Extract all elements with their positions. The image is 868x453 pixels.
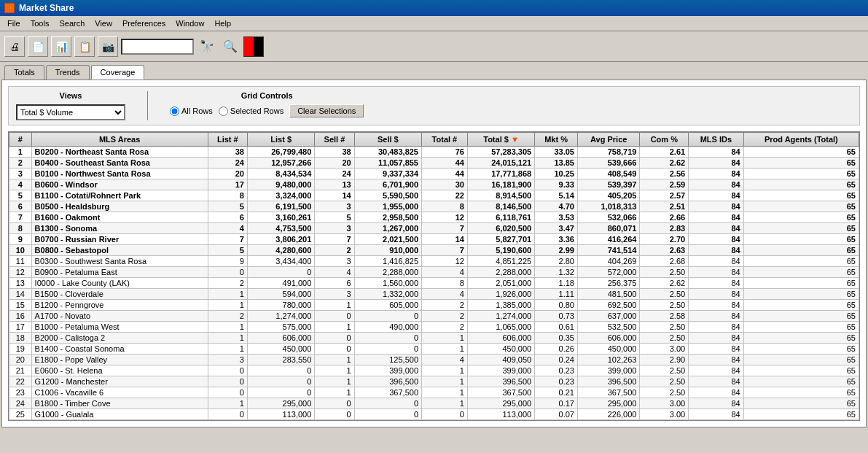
selected-rows-radio[interactable] [219,107,228,116]
table-cell: 5 [208,245,247,256]
table-cell: 572,000 [577,267,640,278]
table-cell: 9,337,334 [354,169,421,179]
col-mkt-pct[interactable]: Mkt % [535,133,578,147]
print2-btn[interactable]: 📄 [28,36,48,57]
table-row[interactable]: 24B1800 - Timber Cove1295,000001295,0000… [9,398,859,409]
table-row[interactable]: 5B1100 - Cotati/Rohnert Park83,324,00014… [9,190,859,201]
camera-btn[interactable]: 📷 [98,36,118,57]
table-cell: 65 [743,398,859,409]
table-row[interactable]: 2B0400 - Southeast Santa Rosa2412,957,26… [9,158,859,169]
table-row[interactable]: 10B0800 - Sebastopol54,280,6002910,00075… [9,245,859,256]
views-title: Views [16,91,125,100]
table-row[interactable]: 20E1800 - Pope Valley3283,5501125,500440… [9,355,859,365]
all-rows-radio-label[interactable]: All Rows [170,107,213,116]
table-row[interactable]: 4B0600 - Windsor179,480,000136,701,90030… [9,179,859,190]
table-cell: 0 [208,365,247,376]
table-cell: 84 [689,387,744,398]
table-row[interactable]: 16A1700 - Novato21,274,0000021,274,0000.… [9,311,859,322]
col-mls-ids[interactable]: MLS IDs [689,133,744,147]
table-row[interactable]: 13I0000 - Lake County (LAK)2491,00061,56… [9,278,859,289]
table-cell: 532,066 [577,212,640,223]
table-row[interactable]: 3B0100 - Northwest Santa Rosa208,434,534… [9,169,859,179]
menu-view[interactable]: View [90,18,117,29]
menu-file[interactable]: File [3,18,25,29]
search-icon[interactable]: 🔭 [197,36,217,57]
table-cell: 84 [689,278,744,289]
table-cell: 367,500 [467,387,534,398]
table-row[interactable]: 11B0300 - Southwest Santa Rosa93,434,400… [9,256,859,267]
table-cell: 409,050 [467,355,534,365]
col-total-num[interactable]: Total # [422,133,468,147]
clear-selections-button[interactable]: Clear Selections [289,104,364,117]
col-mls-areas[interactable]: MLS Areas [31,133,208,147]
table-cell: 3 [315,201,354,212]
views-section: Views Total $ Volume [16,91,125,120]
table-row[interactable]: 7B1600 - Oakmont63,160,26152,958,500126,… [9,212,859,223]
table-cell: 20 [208,169,247,179]
table-row[interactable]: 19B1400 - Coastal Sonoma1450,000001450,0… [9,344,859,355]
export-btn[interactable]: 📊 [51,36,71,57]
table-cell: 6,701,900 [354,179,421,190]
table-row[interactable]: 17B1000 - Petaluma West1575,0001490,0002… [9,322,859,333]
table-cell: 0 [315,409,354,420]
copy-btn[interactable]: 📋 [74,36,95,57]
table-row[interactable]: 1B0200 - Northeast Santa Rosa3826,799,48… [9,147,859,158]
menu-window[interactable]: Window [171,18,208,29]
search-input[interactable] [121,39,194,55]
table-cell: 3.53 [535,212,578,223]
table-row[interactable]: 8B1300 - Sonoma44,753,50031,267,00076,02… [9,223,859,234]
table-cell: 2.63 [640,245,689,256]
menu-help[interactable]: Help [210,18,235,29]
col-prod-agents[interactable]: Prod Agents (Total) [743,133,859,147]
menu-search[interactable]: Search [55,18,89,29]
col-com-pct[interactable]: Com % [640,133,689,147]
table-row[interactable]: 14B1500 - Cloverdale1594,00031,332,00041… [9,289,859,300]
table-row[interactable]: 21E0600 - St. Helena001399,0001399,0000.… [9,365,859,376]
table-row[interactable]: 6B0500 - Healdsburg56,191,50031,955,0008… [9,201,859,212]
table-cell: 1,560,000 [354,278,421,289]
table-cell: 450,000 [577,344,640,355]
table-row[interactable]: 9B0700 - Russian River73,806,20172,021,5… [9,234,859,245]
binoculars-icon[interactable]: 🔍 [220,36,241,57]
table-cell: 65 [743,333,859,344]
table-cell: 4 [422,355,468,365]
table-cell: 25 [9,409,32,420]
col-total-dollar[interactable]: Total $ ▼ [467,133,534,147]
all-rows-radio[interactable] [170,107,179,116]
table-row[interactable]: 23C1006 - Vacaville 6001367,5001367,5000… [9,387,859,398]
table-cell: 2,288,000 [354,267,421,278]
table-cell: B0800 - Sebastopol [31,245,208,256]
col-avg-price[interactable]: Avg Price [577,133,640,147]
flag-icon[interactable] [243,36,264,57]
table-cell: 2.59 [640,179,689,190]
col-num[interactable]: # [9,133,32,147]
table-cell: 860,071 [577,223,640,234]
col-list-num[interactable]: List # [208,133,247,147]
table-cell: B0700 - Russian River [31,234,208,245]
table-row[interactable]: 25G1000 - Gualala0113,000000113,0000.072… [9,409,859,420]
col-sell-num[interactable]: Sell # [315,133,354,147]
table-cell: 295,000 [467,398,534,409]
table-cell: 0 [247,267,314,278]
col-sell-dollar[interactable]: Sell $ [354,133,421,147]
table-row[interactable]: 15B1200 - Penngrove1780,0001605,00021,38… [9,300,859,311]
tab-trends[interactable]: Trends [46,65,90,80]
table-cell: 283,550 [247,355,314,365]
menu-preferences[interactable]: Preferences [118,18,170,29]
table-row[interactable]: 18B2000 - Calistoga 21606,000001606,0000… [9,333,859,344]
col-list-dollar[interactable]: List $ [247,133,314,147]
table-cell: 84 [689,322,744,333]
table-row[interactable]: 22G1200 - Manchester001396,5001396,5000.… [9,376,859,387]
menu-tools[interactable]: Tools [26,18,54,29]
print-btn[interactable]: 🖨 [4,36,25,57]
tab-coverage[interactable]: Coverage [91,65,145,80]
tab-totals[interactable]: Totals [4,65,44,80]
table-cell: 2 [9,158,32,169]
views-dropdown[interactable]: Total $ Volume [16,104,125,120]
table-cell: 84 [689,179,744,190]
table-cell: 11,057,855 [354,158,421,169]
table-cell: 65 [743,201,859,212]
selected-rows-radio-label[interactable]: Selected Rows [219,107,284,116]
table-row[interactable]: 12B0900 - Petaluma East0042,288,00042,28… [9,267,859,278]
table-cell: 2.90 [640,355,689,365]
